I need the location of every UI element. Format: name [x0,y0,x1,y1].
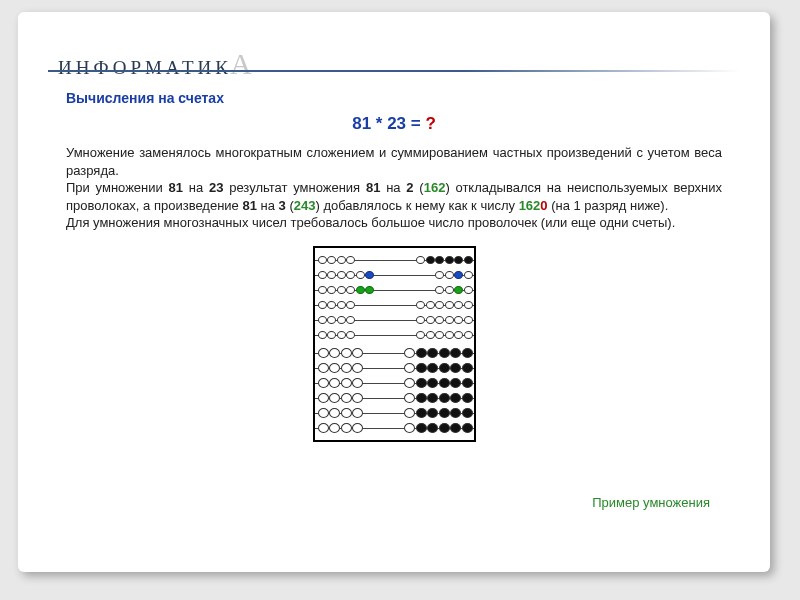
logo-text: информатик [58,57,232,79]
p1: Умножение заменялось многократным сложен… [66,145,722,178]
header-rule [48,70,740,72]
equation-left: 81 * 23 = [352,114,425,133]
section-title: Вычисления на счетах [66,90,722,106]
equation: 81 * 23 = ? [66,114,722,134]
slide-container: информатикА Вычисления на счетах 81 * 23… [18,12,770,572]
abacus-diagram [313,246,476,442]
caption: Пример умножения [592,495,710,510]
logo: информатикА [58,47,256,81]
equation-question: ? [425,114,435,133]
content-area: Вычисления на счетах 81 * 23 = ? Умножен… [66,90,722,442]
p3: Для умножения многозначных чисел требова… [66,215,675,230]
logo-suffix: А [230,47,256,81]
body-text: Умножение заменялось многократным сложен… [66,144,722,232]
